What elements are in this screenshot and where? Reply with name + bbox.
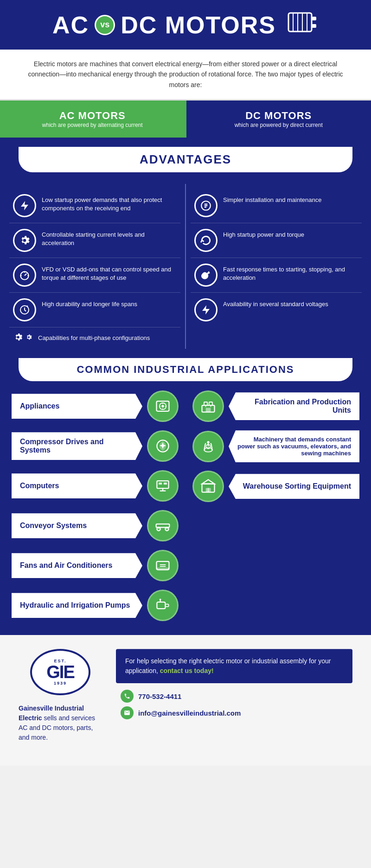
- dc-motor-type: DC MOTORS which are powered by direct cu…: [185, 101, 371, 138]
- app-hydraulic: Hydraulic and Irrigation Pumps: [12, 590, 179, 621]
- email-item[interactable]: info@gainesvilleindustrial.com: [121, 706, 352, 719]
- machinery-label: Machinery that demands constant power su…: [229, 430, 359, 462]
- ac-adv-4: High durability and longer life spans: [9, 293, 180, 327]
- footer-contact: 770-532-4411 info@gainesvilleindustrial.…: [116, 690, 352, 719]
- dc-adv-3-text: Fast response times to starting, stoppin…: [223, 264, 358, 282]
- app-computers: Computers: [12, 470, 179, 502]
- fabrication-icon: [192, 390, 224, 422]
- svg-rect-49: [206, 408, 211, 412]
- ac-adv-2: Controllable starting current levels and…: [9, 223, 180, 258]
- header-title-dc: DC MOTORS: [121, 11, 276, 39]
- machinery-icon: [192, 431, 224, 462]
- ac-applications-col: Appliances Compressor Drives and Systems: [5, 390, 186, 621]
- fabrication-label: Fabrication and Production Units: [229, 392, 359, 420]
- ac-adv-1-text: Low startup power demands that also prot…: [42, 194, 177, 213]
- footer-company-desc: Gainesville Industrial Electric sells an…: [19, 704, 102, 742]
- footer-logo-area: EST. GIE 1939 Gainesville Industrial Ele…: [19, 649, 102, 742]
- cta-strong: contact us today!: [160, 667, 214, 674]
- fast-icon: [194, 264, 217, 287]
- ac-title: AC MOTORS: [59, 110, 126, 122]
- hydraulic-label: Hydraulic and Irrigation Pumps: [12, 593, 142, 618]
- dc-advantages-col: Simpler installation and maintenance Hig…: [186, 184, 366, 349]
- phone-icon: [121, 690, 134, 703]
- ac-adv-1: Low startup power demands that also prot…: [9, 189, 180, 223]
- phone-number: 770-532-4411: [138, 692, 181, 700]
- logo-year: 1939: [54, 681, 67, 686]
- appliances-icon: [147, 390, 179, 422]
- footer: EST. GIE 1939 Gainesville Industrial Ele…: [0, 635, 371, 766]
- ac-adv-3: VFD or VSD add-ons that can control spee…: [9, 258, 180, 293]
- ac-adv-4-text: High durability and longer life spans: [42, 298, 137, 308]
- ac-adv-3-text: VFD or VSD add-ons that can control spee…: [42, 264, 177, 282]
- company-logo: EST. GIE 1939: [30, 649, 90, 695]
- svg-rect-27: [157, 481, 168, 489]
- email-icon: [121, 706, 134, 719]
- gear-icon: [13, 229, 36, 252]
- dc-subtitle: which are powered by direct current: [235, 122, 323, 128]
- svg-rect-30: [159, 483, 162, 485]
- dc-adv-3: Fast response times to starting, stoppin…: [191, 258, 362, 293]
- logo-gie: GIE: [46, 663, 74, 681]
- svg-line-12: [25, 274, 26, 276]
- svg-point-43: [160, 599, 161, 601]
- computers-icon: [147, 470, 179, 502]
- header: AC vs DC MOTORS: [0, 0, 371, 50]
- app-fans: Fans and Air Conditioners: [12, 550, 179, 581]
- ac-motor-type: AC MOTORS which are powered by alternati…: [0, 101, 185, 138]
- svg-rect-32: [156, 524, 170, 528]
- app-warehouse: Warehouse Sorting Equipment: [192, 471, 359, 502]
- dc-adv-1-text: Simpler installation and maintenance: [223, 194, 321, 204]
- hydraulic-icon: [147, 590, 179, 621]
- dc-adv-4-text: Availability in several standard voltage…: [223, 298, 328, 308]
- app-compressor: Compressor Drives and Systems: [12, 430, 179, 462]
- ac-adv-2-text: Controllable starting current levels and…: [42, 229, 177, 247]
- dc-adv-2-text: High startup power and torque: [223, 229, 304, 239]
- motor-icon: [286, 8, 319, 41]
- svg-marker-7: [21, 201, 28, 210]
- footer-right: For help selecting the right electric mo…: [116, 649, 352, 719]
- wrench-icon: [194, 194, 217, 217]
- conveyor-icon: [147, 510, 179, 541]
- svg-rect-2: [312, 24, 316, 28]
- svg-rect-0: [288, 13, 312, 31]
- intro-text: Electric motors are machines that conver…: [28, 59, 343, 90]
- dc-title: DC MOTORS: [245, 110, 312, 122]
- voltage-icon: [194, 298, 217, 321]
- svg-marker-55: [202, 480, 215, 484]
- app-machinery: Machinery that demands constant power su…: [192, 430, 359, 462]
- cta-text: For help selecting the right electric mo…: [125, 657, 331, 674]
- svg-point-51: [207, 441, 209, 443]
- ac-adv-5: Capabilities for multi-phase configurati…: [9, 327, 180, 344]
- svg-rect-40: [157, 602, 165, 609]
- dc-adv-1: Simpler installation and maintenance: [191, 189, 362, 223]
- app-fabrication: Fabrication and Production Units: [192, 390, 359, 422]
- app-appliances: Appliances: [12, 390, 179, 422]
- dc-adv-2: High startup power and torque: [191, 223, 362, 258]
- warehouse-label: Warehouse Sorting Equipment: [229, 474, 359, 499]
- header-title-ac: AC: [52, 11, 89, 39]
- svg-point-21: [161, 405, 164, 408]
- svg-rect-1: [312, 17, 316, 20]
- phone-item[interactable]: 770-532-4411: [121, 690, 352, 703]
- bolt-icon: [13, 194, 36, 217]
- advantages-section: ADVANTAGES Low startup power demands tha…: [0, 138, 371, 353]
- dc-adv-4: Availability in several standard voltage…: [191, 293, 362, 327]
- refresh-icon: [194, 229, 217, 252]
- applications-section: COMMON INDUSTRIAL APPLICATIONS Appliance…: [0, 353, 371, 635]
- ac-adv-5-text: Capabilities for multi-phase configurati…: [38, 332, 150, 342]
- computers-label: Computers: [12, 473, 142, 498]
- footer-cta: For help selecting the right electric mo…: [116, 649, 352, 683]
- app-conveyor: Conveyor Systems: [12, 510, 179, 541]
- compressor-label: Compressor Drives and Systems: [12, 432, 142, 460]
- advantages-title: ADVANTAGES: [19, 147, 352, 172]
- speedometer-icon: [13, 264, 36, 287]
- email-address: info@gainesvilleindustrial.com: [138, 709, 241, 717]
- clock-icon: [13, 298, 36, 321]
- warehouse-icon: [192, 471, 224, 502]
- fans-icon: [147, 550, 179, 581]
- applications-title: COMMON INDUSTRIAL APPLICATIONS: [19, 358, 352, 381]
- intro-section: Electric motors are machines that conver…: [0, 50, 371, 101]
- footer-top: EST. GIE 1939 Gainesville Industrial Ele…: [19, 649, 352, 742]
- svg-rect-31: [164, 483, 167, 485]
- vs-badge: vs: [95, 15, 115, 35]
